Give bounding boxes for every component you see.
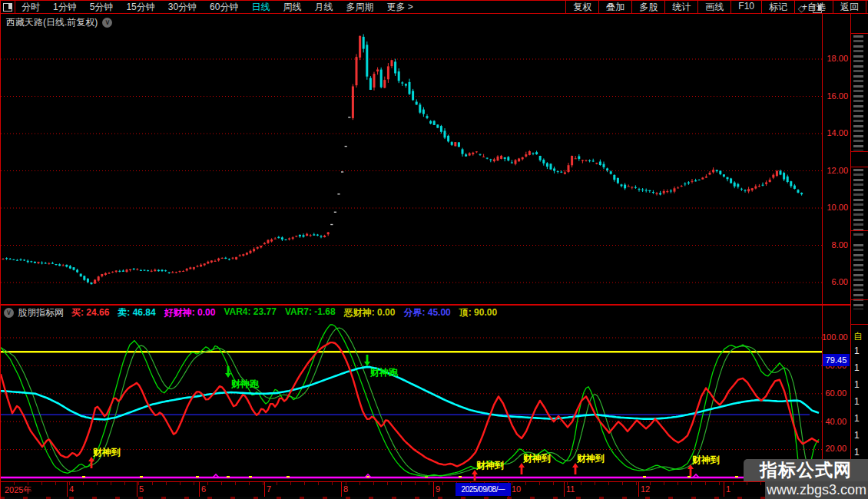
- indicator-source-label: 股朋指标网: [18, 306, 64, 319]
- month-divider: [564, 482, 565, 497]
- period-tab-分时[interactable]: 分时: [22, 1, 40, 14]
- month-label-2025年: 2025年: [5, 484, 31, 496]
- indicator-chart[interactable]: 财神到财神到财神到财神到财神到财神跑财神跑: [1, 321, 822, 481]
- time-axis[interactable]: 2025年45678910111212025/09/08/一: [1, 481, 850, 497]
- quote-digit: 1: [854, 362, 860, 373]
- month-divider: [199, 482, 200, 497]
- quote-digit: 1: [854, 396, 860, 407]
- month-label-1: 1: [726, 484, 731, 494]
- tab-label-partial[interactable]: 自: [853, 330, 863, 343]
- indicator-field-VAR7: VAR7: -1.68: [285, 306, 336, 319]
- indicator-field-VAR4: VAR4: 23.77: [224, 306, 276, 319]
- toolbar-button-多股[interactable]: 多股: [631, 1, 664, 14]
- split-window-icon[interactable]: [813, 5, 822, 13]
- indicator-field-好财神: 好财神: 0.00: [164, 306, 216, 319]
- watermark-url: www.zbgs3.com: [765, 481, 868, 499]
- period-tab-月线[interactable]: 月线: [314, 1, 333, 14]
- title-corner-icons: ◇: [798, 3, 822, 14]
- indicator-header: ∨ 股朋指标网 买: 24.66卖: 46.84好财神: 0.00VAR4: 2…: [1, 305, 850, 320]
- period-tab-15分钟[interactable]: 15分钟: [126, 1, 154, 14]
- period-tab-多周期[interactable]: 多周期: [346, 1, 373, 14]
- quote-digit: 1: [854, 379, 860, 390]
- indicator-tick-label: 100.00: [822, 332, 846, 342]
- month-divider: [433, 482, 434, 497]
- price-tick-label: 8.00: [823, 240, 848, 250]
- indicator-field-分界: 分界: 45.00: [403, 306, 450, 319]
- indicator-field-恶财神: 恶财神: 0.00: [344, 306, 396, 319]
- border-top: [0, 0, 851, 1]
- month-label-6: 6: [201, 484, 206, 494]
- right-edge-strip[interactable]: 自 1111111: [851, 14, 868, 499]
- period-tab-更多 >[interactable]: 更多 >: [386, 1, 412, 14]
- period-tab-30分钟[interactable]: 30分钟: [168, 1, 197, 14]
- candlestick-chart[interactable]: [1, 31, 822, 304]
- toolbar-button-叠加[interactable]: 叠加: [598, 1, 631, 14]
- indicator-field-顶: 顶: 90.00: [459, 306, 497, 319]
- period-tab-日线[interactable]: 日线: [251, 1, 270, 14]
- price-tick-label: 6.00: [823, 277, 848, 287]
- month-label-4: 4: [69, 484, 74, 494]
- top-toolbar: 分时1分钟5分钟15分钟30分钟60分钟日线周线月线多周期更多 > 复权叠加多股…: [0, 0, 868, 14]
- toolbar-button-画线[interactable]: 画线: [697, 1, 731, 14]
- toolbar-button-返回[interactable]: 返回: [833, 1, 866, 14]
- vertical-tab-text: [853, 35, 863, 150]
- chevron-down-icon[interactable]: ∨: [102, 18, 112, 28]
- period-tab-周线[interactable]: 周线: [283, 1, 301, 14]
- month-divider: [264, 482, 265, 497]
- month-label-5: 5: [139, 484, 144, 494]
- indicator-pane-border: [0, 304, 850, 305]
- indicator-tick-label: 20.00: [822, 444, 846, 454]
- border-left: [0, 1, 1, 499]
- price-tick-label: 16.00: [823, 91, 848, 101]
- window-icon: [3, 3, 12, 12]
- crosshair-value-badge: 79.45: [823, 354, 850, 366]
- tdx-app-window: 分时1分钟5分钟15分钟30分钟60分钟日线周线月线多周期更多 > 复权叠加多股…: [0, 0, 868, 499]
- month-divider: [638, 482, 639, 497]
- month-label-12: 12: [641, 484, 650, 494]
- period-tab-5分钟[interactable]: 5分钟: [90, 1, 114, 14]
- diamond-icon[interactable]: ◇: [798, 3, 805, 14]
- watermark-title: 指标公式网: [744, 459, 868, 481]
- month-divider: [137, 482, 137, 497]
- month-label-8: 8: [343, 484, 348, 494]
- svg-text:财神到: 财神到: [92, 447, 121, 458]
- chevron-down-icon[interactable]: ∨: [4, 308, 14, 318]
- svg-text:财神跑: 财神跑: [230, 378, 260, 389]
- period-tab-60分钟[interactable]: 60分钟: [210, 1, 238, 14]
- svg-text:财神到: 财神到: [691, 454, 720, 465]
- vertical-tab-text: [853, 169, 863, 238]
- month-divider: [341, 482, 342, 497]
- toolbar-button-统计[interactable]: 统计: [664, 1, 697, 14]
- month-label-9: 9: [436, 484, 440, 494]
- axis-line: [822, 14, 823, 497]
- page-title: 西藏天路(日线.前复权): [6, 16, 98, 29]
- price-tick-label: 10.00: [823, 203, 848, 213]
- svg-text:财神到: 财神到: [576, 453, 605, 464]
- quote-digit: 1: [854, 345, 860, 356]
- toolbar-button-标记[interactable]: 标记: [761, 1, 794, 14]
- window-menu-button[interactable]: [0, 1, 15, 13]
- toolbar-button-复权[interactable]: 复权: [565, 1, 598, 14]
- indicator-values: 买: 24.66卖: 46.84好财神: 0.00VAR4: 23.77VAR7…: [71, 306, 505, 319]
- month-label-11: 11: [566, 484, 575, 494]
- toolbar-button-F10[interactable]: F10: [731, 1, 761, 14]
- price-tick-label: 14.00: [823, 128, 848, 138]
- svg-text:财神跑: 财神跑: [369, 367, 399, 378]
- month-label-7: 7: [267, 484, 271, 494]
- indicator-field-买: 买: 24.66: [71, 306, 109, 319]
- quote-digit: 1: [854, 430, 860, 441]
- quote-digit: 1: [854, 413, 860, 424]
- price-tick-label: 18.00: [823, 54, 848, 64]
- indicator-tick-label: 40.00: [822, 417, 846, 427]
- period-tab-1分钟[interactable]: 1分钟: [53, 1, 77, 14]
- price-tick-label: 12.00: [823, 166, 848, 176]
- svg-text:财神到: 财神到: [475, 460, 504, 471]
- indicator-field-卖: 卖: 46.84: [118, 306, 155, 319]
- month-label-10: 10: [512, 484, 521, 494]
- title-bar: 西藏天路(日线.前复权) ∨: [1, 15, 850, 30]
- month-divider: [724, 482, 724, 497]
- svg-text:财神到: 财神到: [522, 453, 551, 464]
- month-divider: [67, 482, 68, 497]
- indicator-tick-label: 60.00: [822, 388, 846, 398]
- quote-digit: 1: [854, 447, 860, 458]
